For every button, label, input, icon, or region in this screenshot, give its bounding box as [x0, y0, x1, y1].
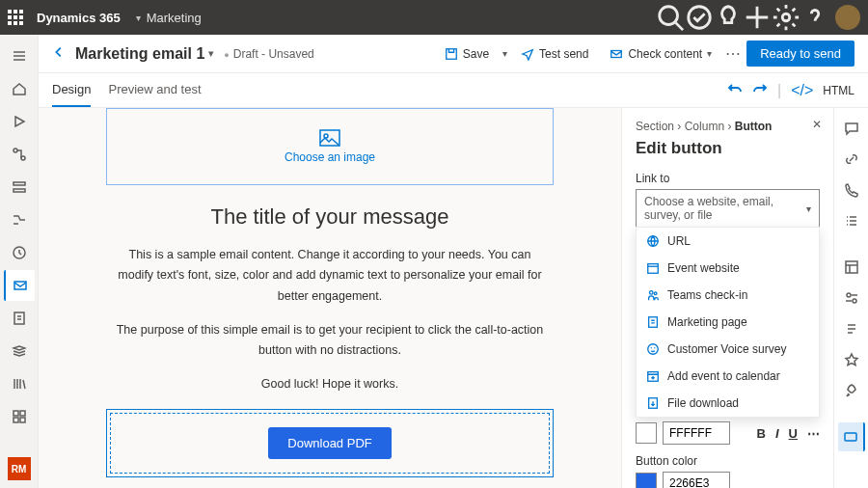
svg-rect-27: [846, 261, 857, 273]
tab-design[interactable]: Design: [52, 73, 91, 107]
italic-button[interactable]: I: [775, 426, 779, 441]
button-color-input[interactable]: [663, 472, 730, 488]
email-paragraph[interactable]: The purpose of this simple email is to g…: [106, 320, 554, 362]
rail-rocket[interactable]: [838, 376, 865, 405]
nav-grid[interactable]: [4, 401, 35, 432]
check-content-button[interactable]: Check content▾: [602, 43, 719, 65]
test-send-button[interactable]: Test send: [513, 43, 596, 65]
email-paragraph[interactable]: This is a sample email content. Change i…: [106, 245, 554, 307]
chevron-down-icon: ▾: [136, 13, 141, 23]
avatar[interactable]: [835, 5, 860, 30]
svg-rect-13: [20, 418, 25, 422]
nav-email[interactable]: [4, 270, 35, 301]
save-chevron[interactable]: ▾: [502, 48, 507, 59]
format-more-icon[interactable]: ⋯: [807, 426, 820, 441]
save-button[interactable]: Save: [437, 43, 497, 65]
persona-badge[interactable]: RM: [8, 457, 31, 480]
linkto-label: Link to: [636, 172, 820, 185]
task-icon[interactable]: [685, 0, 714, 35]
close-icon[interactable]: ✕: [812, 118, 822, 131]
app-launcher-icon[interactable]: [8, 10, 23, 25]
opt-add-calendar[interactable]: Add event to calendar: [637, 363, 819, 390]
svg-rect-11: [20, 411, 25, 416]
button-selection[interactable]: Download PDF: [106, 409, 554, 477]
area-label[interactable]: Marketing: [147, 11, 202, 25]
opt-customer-voice[interactable]: Customer Voice survey: [637, 336, 819, 363]
email-title[interactable]: The title of your message: [106, 204, 554, 230]
overflow-icon[interactable]: ⋯: [725, 44, 741, 63]
image-placeholder[interactable]: Choose an image: [106, 108, 554, 185]
search-icon[interactable]: [656, 0, 685, 35]
nav-home[interactable]: [4, 73, 35, 104]
panel-title: Edit button: [636, 139, 820, 158]
svg-point-0: [660, 7, 678, 25]
redo-button[interactable]: [752, 81, 768, 100]
svg-rect-6: [14, 189, 25, 192]
nav-flow[interactable]: [4, 204, 35, 235]
email-canvas: Choose an image The title of your messag…: [39, 108, 621, 488]
svg-rect-30: [845, 433, 856, 441]
ready-to-send-button[interactable]: Ready to send: [746, 41, 854, 67]
nav-journey[interactable]: [4, 139, 35, 170]
rail-chat[interactable]: [838, 114, 865, 143]
right-rail: [833, 108, 868, 488]
svg-rect-14: [446, 48, 456, 59]
svg-rect-15: [611, 50, 622, 57]
rail-layout[interactable]: [838, 253, 865, 282]
tab-preview[interactable]: Preview and test: [108, 73, 201, 107]
nav-clock[interactable]: [4, 237, 35, 268]
opt-event-website[interactable]: Event website: [637, 255, 819, 282]
lightbulb-icon[interactable]: [714, 0, 743, 35]
title-chevron-icon[interactable]: ▾: [208, 47, 214, 60]
nav-menu[interactable]: [4, 41, 35, 71]
html-toggle[interactable]: HTML: [823, 84, 854, 97]
underline-button[interactable]: U: [789, 426, 798, 441]
opt-marketing-page[interactable]: Marketing page: [637, 309, 819, 336]
breadcrumb: Section › Column › Button: [636, 120, 820, 133]
download-pdf-button[interactable]: Download PDF: [268, 427, 391, 459]
email-paragraph[interactable]: Good luck! Hope it works.: [106, 374, 554, 394]
plus-icon[interactable]: [743, 0, 772, 35]
status-badge: Draft - Unsaved: [224, 47, 313, 61]
rail-phone[interactable]: [838, 176, 865, 204]
back-button[interactable]: [52, 45, 66, 63]
undo-button[interactable]: [727, 81, 743, 100]
svg-rect-20: [648, 264, 659, 274]
nav-library[interactable]: [4, 368, 35, 399]
linkto-select[interactable]: Choose a website, email, survey, or file…: [636, 189, 820, 228]
svg-point-28: [847, 293, 851, 297]
svg-point-3: [14, 149, 17, 152]
svg-rect-5: [14, 182, 25, 185]
bold-button[interactable]: B: [757, 426, 766, 441]
help-icon[interactable]: [800, 0, 829, 35]
opt-teams-checkin[interactable]: Teams check-in: [637, 282, 819, 309]
gear-icon[interactable]: [772, 0, 800, 35]
rail-star[interactable]: [838, 345, 865, 374]
button-color-label: Button color: [636, 454, 820, 468]
rail-settings[interactable]: [838, 284, 865, 312]
page-title: Marketing email 1: [75, 45, 204, 63]
svg-rect-12: [14, 418, 18, 422]
svg-point-29: [853, 299, 856, 303]
property-panel: ✕ Section › Column › Button Edit button …: [621, 108, 833, 488]
opt-file-download[interactable]: File download: [637, 390, 819, 417]
button-color-swatch[interactable]: [636, 473, 657, 488]
opt-url[interactable]: URL: [637, 228, 819, 255]
text-color-swatch[interactable]: [636, 422, 657, 444]
nav-stack[interactable]: [4, 336, 35, 366]
svg-point-21: [650, 291, 654, 295]
svg-point-2: [782, 14, 790, 21]
linkto-dropdown: URL Event website Teams check-in Marketi…: [636, 227, 820, 418]
rail-link[interactable]: [838, 145, 865, 174]
text-color-input[interactable]: [663, 421, 730, 445]
brand-label: Dynamics 365: [37, 11, 121, 25]
nav-segments[interactable]: [4, 172, 35, 203]
nav-form[interactable]: [4, 303, 35, 334]
rail-list[interactable]: [838, 206, 865, 235]
svg-point-24: [648, 344, 659, 355]
nav-play[interactable]: [4, 106, 35, 137]
rail-text[interactable]: [838, 314, 865, 343]
rail-elements[interactable]: [838, 422, 865, 451]
svg-point-22: [654, 292, 657, 295]
left-nav: RM: [0, 35, 39, 488]
